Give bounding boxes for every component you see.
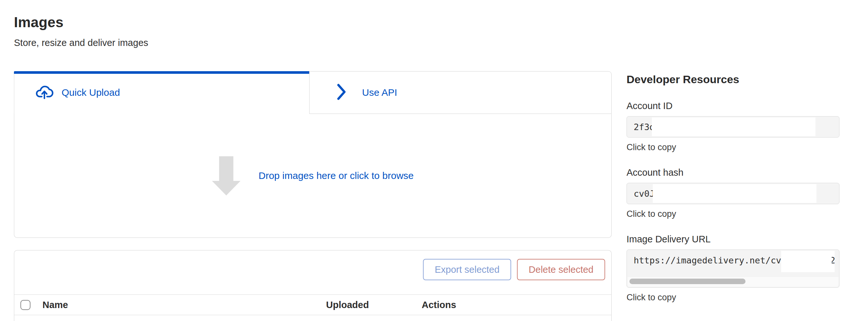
redaction-overlay (653, 184, 816, 203)
images-page: Images Store, resize and deliver images … (14, 0, 612, 321)
upload-card: Quick Upload Use API Drop images here or… (14, 71, 612, 238)
chevron-right-icon (337, 83, 346, 102)
image-delivery-url-text: https://imagedelivery.net/cv0JSj (634, 255, 802, 265)
account-id-value[interactable]: 2f3d (626, 116, 839, 138)
partial-character: 2 (832, 255, 835, 265)
image-delivery-url-copy-hint: Click to copy (626, 292, 839, 302)
page-subtitle: Store, resize and deliver images (14, 38, 612, 48)
account-hash-label: Account hash (626, 167, 839, 178)
account-id-group: Account ID 2f3d Click to copy (626, 101, 839, 152)
column-header-uploaded: Uploaded (326, 300, 422, 310)
account-hash-group: Account hash cv0J Click to copy (626, 167, 839, 219)
redaction-overlay (652, 117, 815, 136)
images-table-card: Export selected Delete selected Name Upl… (14, 250, 612, 321)
account-hash-copy-hint: Click to copy (626, 209, 839, 219)
dropzone-label: Drop images here or click to browse (259, 170, 414, 181)
image-delivery-url-group: Image Delivery URL https://imagedelivery… (626, 234, 839, 302)
page-title: Images (14, 14, 612, 30)
table-toolbar: Export selected Delete selected (14, 250, 611, 295)
upload-tabs: Quick Upload Use API (14, 71, 612, 114)
export-selected-button[interactable]: Export selected (423, 259, 511, 280)
tab-use-api-label: Use API (362, 87, 397, 98)
tab-use-api[interactable]: Use API (309, 71, 612, 114)
cloud-upload-icon (35, 85, 54, 100)
developer-resources-panel: Developer Resources Account ID 2f3d Clic… (626, 0, 839, 302)
horizontal-scrollbar-track (627, 277, 838, 287)
select-all-checkbox-cell (21, 300, 42, 310)
developer-resources-heading: Developer Resources (626, 73, 839, 86)
image-dropzone[interactable]: Drop images here or click to browse (14, 114, 612, 238)
table-header-row: Name Uploaded Actions (14, 295, 611, 315)
tab-quick-upload-label: Quick Upload (62, 87, 120, 98)
redaction-overlay (781, 251, 835, 272)
column-header-name: Name (42, 300, 326, 310)
image-delivery-url-value[interactable]: https://imagedelivery.net/cv0JSj 2 (626, 249, 839, 288)
column-header-actions: Actions (422, 300, 605, 310)
account-hash-value[interactable]: cv0J (626, 183, 839, 204)
horizontal-scrollbar-thumb[interactable] (629, 279, 745, 284)
arrow-down-icon (212, 156, 241, 195)
delete-selected-button[interactable]: Delete selected (517, 259, 605, 280)
account-id-label: Account ID (626, 101, 839, 111)
image-delivery-url-label: Image Delivery URL (626, 234, 839, 245)
account-hash-text: cv0J (634, 189, 655, 199)
select-all-checkbox[interactable] (21, 300, 30, 310)
account-id-copy-hint: Click to copy (626, 142, 839, 152)
tab-quick-upload[interactable]: Quick Upload (14, 71, 309, 114)
